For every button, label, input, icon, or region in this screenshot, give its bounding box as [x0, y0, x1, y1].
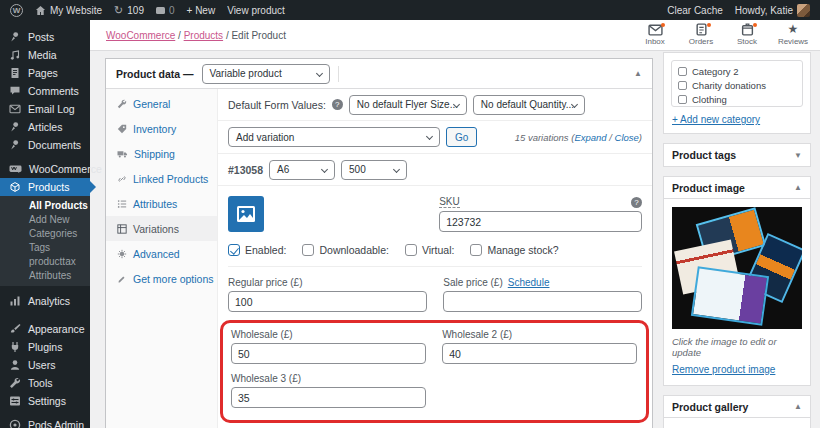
- wordpress-admin-screen: W My Website ↻ 109 0 + New View product …: [0, 0, 820, 428]
- products-icon: [9, 181, 21, 193]
- add-variation-select[interactable]: Add variation: [228, 127, 440, 147]
- wordpress-logo-icon[interactable]: W: [10, 4, 23, 17]
- enabled-checkbox[interactable]: Enabled:: [228, 244, 286, 256]
- remove-product-image-link[interactable]: Remove product image: [672, 364, 775, 375]
- sidebar-item-settings[interactable]: Settings: [0, 392, 90, 410]
- variation-attribute-2-select[interactable]: 500: [341, 160, 407, 180]
- sidebar-item-comments[interactable]: Comments: [0, 82, 90, 100]
- plug-icon: [9, 341, 21, 353]
- tab-advanced[interactable]: Advanced: [106, 241, 217, 266]
- sidebar-item-posts[interactable]: Posts: [0, 28, 90, 46]
- category-checkbox-item[interactable]: Category 2: [678, 64, 796, 78]
- panel-toggle-icon[interactable]: ▲: [794, 183, 802, 192]
- sidebar-item-products[interactable]: Products: [0, 178, 90, 196]
- sidebar-item-users[interactable]: Users: [0, 356, 90, 374]
- product-image-thumbnail[interactable]: [672, 207, 802, 329]
- sidebar-item-plugins[interactable]: Plugins: [0, 338, 90, 356]
- schedule-link[interactable]: Schedule: [508, 277, 550, 288]
- help-icon[interactable]: ?: [631, 197, 642, 208]
- breadcrumb-woocommerce-link[interactable]: WooCommerce: [106, 30, 175, 41]
- variation-attribute-1-select[interactable]: A6: [269, 160, 335, 180]
- close-link[interactable]: Close: [615, 132, 639, 143]
- manage-stock-checkbox[interactable]: Manage stock?: [470, 244, 558, 256]
- wholesale-label: Wholesale (£): [231, 329, 293, 340]
- wholesale-2-label: Wholesale 2 (£): [442, 329, 512, 340]
- default-attribute-2-select[interactable]: No default Quantity...: [473, 95, 585, 115]
- activity-inbox-button[interactable]: Inbox: [636, 23, 674, 46]
- sidebar-item-appearance[interactable]: Appearance: [0, 320, 90, 338]
- tab-shipping[interactable]: Shipping: [106, 141, 217, 166]
- notification-dot: [707, 23, 711, 27]
- site-name-menu[interactable]: My Website: [35, 5, 102, 16]
- regular-price-input[interactable]: [228, 291, 427, 312]
- product-type-select[interactable]: Variable product: [202, 64, 330, 84]
- new-content-menu[interactable]: + New: [187, 5, 216, 16]
- sidebar-item-woocommerce[interactable]: WooCommerce: [0, 160, 90, 178]
- wholesale-2-input[interactable]: [442, 343, 637, 364]
- sidebar-item-pages[interactable]: Pages: [0, 64, 90, 82]
- settings-icon: [9, 395, 21, 407]
- list-icon: [117, 199, 127, 209]
- sidebar-item-email-log[interactable]: Email Log: [0, 100, 90, 118]
- panel-toggle-icon[interactable]: ▼: [794, 151, 802, 160]
- virtual-checkbox[interactable]: Virtual:: [405, 244, 455, 256]
- submenu-attributes[interactable]: Attributes: [0, 268, 90, 282]
- wholesale-input[interactable]: [231, 343, 426, 364]
- expand-link[interactable]: Expand: [574, 132, 606, 143]
- submenu-all-products[interactable]: All Products: [0, 198, 90, 212]
- activity-reviews-button[interactable]: ★ Reviews: [774, 23, 812, 46]
- submenu-categories[interactable]: Categories: [0, 226, 90, 240]
- downloadable-checkbox[interactable]: Downloadable:: [302, 244, 388, 256]
- product-categories-panel: Category 2 Charity donations Clothing + …: [663, 52, 811, 134]
- activity-orders-button[interactable]: Orders: [682, 23, 720, 46]
- tab-attributes[interactable]: Attributes: [106, 191, 217, 216]
- view-product-link[interactable]: View product: [227, 5, 285, 16]
- submenu-producttax[interactable]: producttax: [0, 254, 90, 268]
- wrench-icon: [9, 377, 21, 389]
- wholesale-3-input[interactable]: [231, 387, 426, 408]
- sidebar-item-media[interactable]: Media: [0, 46, 90, 64]
- sidebar-item-documents[interactable]: Documents: [0, 136, 90, 154]
- product-gallery-title: Product gallery: [672, 401, 748, 413]
- tab-inventory[interactable]: Inventory: [106, 116, 217, 141]
- default-attribute-1-select[interactable]: No default Flyer Size...: [349, 95, 467, 115]
- submenu-tags[interactable]: Tags: [0, 240, 90, 254]
- panel-toggle-icon[interactable]: ▲: [794, 402, 802, 411]
- wholesale-highlight-box: Wholesale (£) Wholesale 2 (£) Wholesale …: [220, 320, 649, 423]
- clear-cache-button[interactable]: Clear Cache: [667, 5, 723, 16]
- pods-icon: [9, 419, 21, 428]
- panel-collapse-toggle[interactable]: ▲: [634, 69, 642, 78]
- go-button[interactable]: Go: [446, 127, 477, 147]
- category-checkbox-item[interactable]: Clothing: [678, 92, 796, 106]
- activity-stock-button[interactable]: Stock: [728, 23, 766, 46]
- tab-get-more-options[interactable]: Get more options: [106, 266, 217, 291]
- checkbox-icon: [470, 244, 482, 256]
- tab-general[interactable]: General: [106, 91, 217, 116]
- sidebar-item-articles[interactable]: Articles: [0, 118, 90, 136]
- comments-icon: [9, 85, 21, 97]
- sidebar-item-pods-admin[interactable]: Pods Admin: [0, 416, 90, 428]
- tab-linked-products[interactable]: Linked Products: [106, 166, 217, 191]
- sale-price-input[interactable]: [443, 291, 642, 312]
- submenu-add-new[interactable]: Add New: [0, 212, 90, 226]
- sidebar-item-tools[interactable]: Tools: [0, 374, 90, 392]
- sidebar-item-analytics[interactable]: Analytics: [0, 292, 90, 310]
- products-submenu: All Products Add New Categories Tags pro…: [0, 196, 90, 286]
- howdy-account-menu[interactable]: Howdy, Katie: [735, 4, 810, 17]
- sku-input[interactable]: [439, 211, 642, 232]
- breadcrumb-products-link[interactable]: Products: [184, 30, 223, 41]
- breadcrumb-current: Edit Product: [231, 30, 285, 41]
- help-icon[interactable]: ?: [332, 99, 343, 110]
- checkbox-icon: [678, 67, 687, 76]
- updates-menu[interactable]: ↻ 109: [114, 4, 144, 17]
- category-checkbox-item[interactable]: Charity donations: [678, 78, 796, 92]
- bar-chart-icon: [9, 295, 21, 307]
- admin-bar: W My Website ↻ 109 0 + New View product …: [0, 0, 820, 20]
- variation-image-button[interactable]: [228, 196, 264, 232]
- comments-menu[interactable]: 0: [156, 5, 175, 16]
- stock-icon: [741, 23, 754, 36]
- default-form-values-label: Default Form Values:: [228, 99, 326, 111]
- truck-icon: [117, 149, 128, 159]
- tab-variations[interactable]: Variations: [106, 216, 217, 241]
- add-new-category-link[interactable]: + Add new category: [672, 114, 760, 125]
